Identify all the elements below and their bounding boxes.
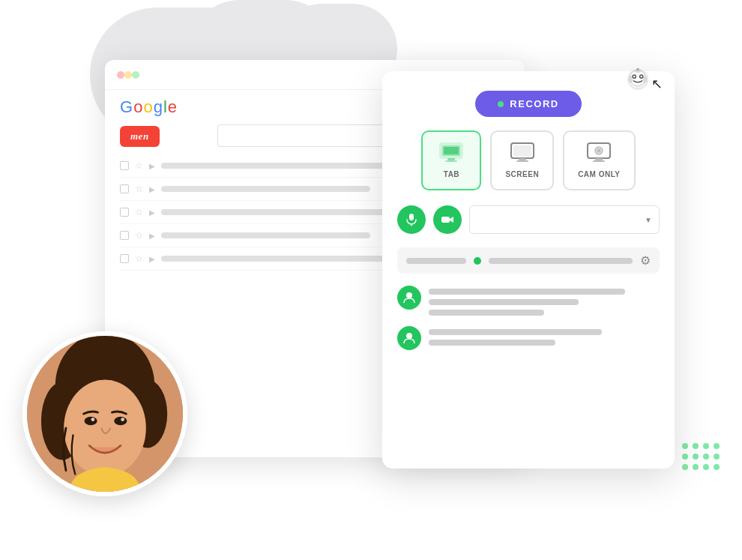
user-item [397,286,660,316]
google-letter-o1: o [133,97,142,117]
email-checkbox[interactable] [120,231,129,240]
progress-line-left [406,258,466,264]
svg-point-33 [64,380,146,477]
record-dot-icon [498,101,504,107]
browser-dot-yellow [124,71,132,79]
svg-point-23 [597,149,601,153]
email-checkbox[interactable] [120,254,129,263]
tab-mode-icon [439,142,463,166]
camera-button[interactable] [433,205,462,234]
svg-rect-12 [447,158,455,160]
svg-rect-16 [519,158,526,160]
camera-select-wrapper[interactable] [469,205,660,234]
svg-point-35 [114,417,127,425]
dot [714,443,720,449]
email-arrow-icon: ▶ [149,185,155,193]
user-lines-2 [429,326,660,346]
google-letter-e: e [168,97,177,117]
google-letter-g2: g [154,97,163,117]
svg-point-27 [406,292,412,298]
svg-point-28 [406,333,412,339]
active-tab-dot [474,257,481,265]
svg-rect-20 [595,158,603,160]
email-checkbox[interactable] [120,161,129,170]
user-line [429,310,544,316]
dot [703,464,709,470]
svg-rect-18 [513,145,531,156]
email-star-icon[interactable]: ☆ [135,230,143,241]
svg-point-36 [91,418,95,421]
browser-search-bar[interactable] [217,124,390,147]
browser-dot-green [132,71,139,79]
dot [682,443,688,449]
cam-mode-icon [587,142,611,166]
dot [682,464,688,470]
svg-rect-26 [441,217,450,223]
dot [703,443,709,449]
dot [682,454,688,460]
email-arrow-icon: ▶ [149,232,155,240]
record-button[interactable]: RECORD [475,91,581,117]
svg-rect-24 [409,214,414,220]
svg-point-5 [640,76,642,78]
svg-point-37 [121,418,124,421]
email-star-icon[interactable]: ☆ [135,184,143,194]
email-star-icon[interactable]: ☆ [135,253,143,264]
svg-rect-14 [444,147,459,154]
cam-only-mode-label: CAM ONLY [578,170,620,178]
screen-mode-label: SCREEN [505,170,539,178]
svg-rect-21 [593,160,605,162]
dot [703,454,709,460]
person-photo-inner [27,336,183,492]
record-button-wrapper: RECORD [397,91,660,117]
tab-progress-bar: ⚙ [397,247,660,274]
dot [714,464,720,470]
svg-point-7 [636,68,639,71]
browser-dot-red [117,71,124,79]
svg-rect-13 [445,160,457,162]
svg-rect-9 [644,76,647,82]
email-line [161,232,370,238]
mode-tab-button[interactable]: TAB [421,130,481,190]
dot [693,443,699,449]
email-arrow-icon: ▶ [149,162,155,170]
decorative-dots [682,443,720,470]
svg-rect-17 [516,160,528,162]
email-checkbox[interactable] [120,184,129,193]
email-arrow-icon: ▶ [149,208,155,217]
svg-point-1 [630,70,646,86]
user-line [429,299,579,305]
email-arrow-icon: ▶ [149,255,155,263]
cursor-icon: ↖ [651,76,663,92]
svg-point-34 [85,417,97,425]
person-face-svg [27,336,183,492]
person-photo-circle [22,331,187,496]
google-letter-o2: o [143,97,152,117]
plugin-panel: ↖ RECORD T [382,71,675,469]
email-checkbox[interactable] [120,208,129,217]
mode-cam-only-button[interactable]: CAM ONLY [563,130,635,190]
dot [693,464,699,470]
tab-mode-label: TAB [444,170,459,178]
loom-robot-icon [624,64,652,92]
microphone-button[interactable] [397,205,426,234]
user-line [429,329,602,335]
user-avatar-1 [397,286,421,310]
user-line [429,289,625,295]
svg-point-4 [633,76,636,78]
google-letter-g: G [120,97,133,117]
settings-gear-icon[interactable]: ⚙ [640,253,651,268]
camera-select[interactable] [469,205,660,234]
mode-screen-button[interactable]: SCREEN [490,130,554,190]
user-line [429,340,555,346]
email-star-icon[interactable]: ☆ [135,160,143,171]
email-star-icon[interactable]: ☆ [135,207,143,217]
recording-modes: TAB SCREEN [397,130,660,190]
record-button-label: RECORD [510,98,558,109]
audio-video-controls [397,205,660,234]
email-line [161,186,370,192]
screen-mode-icon [510,142,534,166]
dot [714,454,720,460]
user-item [397,326,660,350]
svg-rect-8 [630,76,633,82]
